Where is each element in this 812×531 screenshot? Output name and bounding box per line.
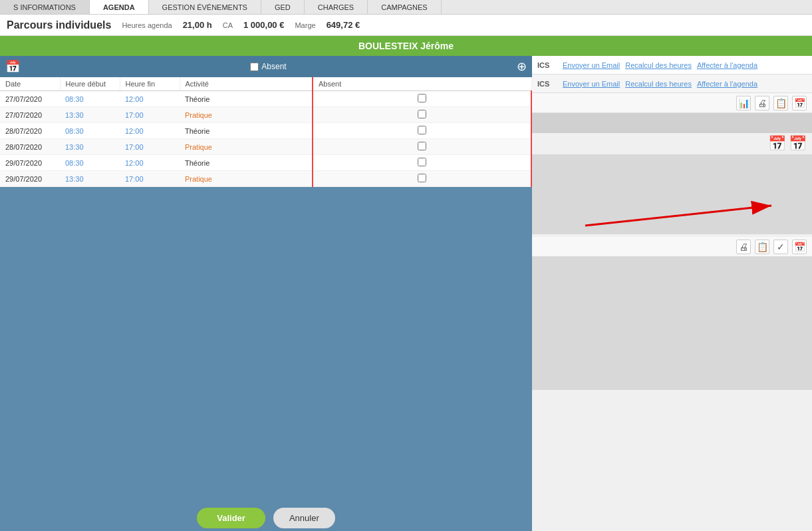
modal-footer: Valider Annuler [0, 508, 532, 528]
calendar-rp-icon-1[interactable]: 📅 [768, 135, 786, 152]
absent-checkbox-1[interactable] [418, 110, 426, 118]
cell-date-0: 27/07/2020 [0, 91, 60, 107]
marge-value: 649,72 € [327, 20, 360, 30]
col-header-activite: Activité [180, 77, 313, 91]
top-navigation: S INFORMATIONS AGENDA GESTION ÉVÉNEMENTS… [0, 0, 812, 15]
export-icon[interactable]: 📋 [773, 96, 788, 110]
tab-gestion[interactable]: GESTION ÉVÉNEMENTS [149, 0, 261, 14]
absent-checkbox-5[interactable] [418, 174, 426, 182]
heures-label: Heures agenda [122, 21, 172, 29]
absent-checkbox-3[interactable] [418, 142, 426, 150]
tab-ged[interactable]: GED [261, 0, 305, 14]
ics-row-2: ICS Envoyer un Email Recalcul des heures… [532, 75, 812, 93]
tab-charges[interactable]: CHARGES [305, 0, 368, 14]
cell-date-3: 28/07/2020 [0, 139, 60, 155]
col-header-absent: Absent [313, 77, 531, 91]
cell-date-5: 29/07/2020 [0, 171, 60, 187]
cell-activite-1: Pratique [180, 107, 313, 123]
cell-date-2: 28/07/2020 [0, 123, 60, 139]
cell-heure-fin-2: 12:00 [120, 123, 180, 139]
grey-spacer [532, 113, 812, 133]
modal-bottom-area [0, 187, 532, 505]
ics-row-1: ICS Envoyer un Email Recalcul des heures… [532, 56, 812, 75]
affecter-link-1[interactable]: Affecter à l'agenda [697, 61, 757, 69]
annuler-button[interactable]: Annuler [273, 508, 335, 528]
cell-activite-2: Théorie [180, 123, 313, 139]
cell-absent-1 [313, 107, 531, 123]
absent-checkbox-4[interactable] [418, 158, 426, 166]
col-header-date: Date [0, 77, 60, 91]
page-title: Parcours individuels [7, 19, 111, 31]
cell-heure-debut-2: 08:30 [60, 123, 120, 139]
calendar-toolbar: 📅 Absent ⊕ [0, 56, 532, 77]
cell-activite-3: Pratique [180, 139, 313, 155]
right-panel: ICS Envoyer un Email Recalcul des heures… [532, 56, 812, 531]
tab-agenda[interactable]: AGENDA [90, 0, 149, 14]
cell-heure-fin-5: 17:00 [120, 171, 180, 187]
bottom-print-icon[interactable]: 🖨 [736, 240, 751, 254]
cell-heure-fin-3: 17:00 [120, 139, 180, 155]
cell-absent-3 [313, 139, 531, 155]
marge-label: Marge [295, 21, 315, 29]
ics-label-2: ICS [537, 80, 557, 88]
heures-value: 21,00 h [183, 20, 212, 30]
name-bar: BOULESTEIX Jérôme [0, 36, 812, 56]
cell-date-1: 27/07/2020 [0, 107, 60, 123]
cell-heure-debut-1: 13:30 [60, 107, 120, 123]
absent-checkbox-2[interactable] [418, 126, 426, 134]
grey-area-3 [532, 257, 812, 390]
cell-heure-debut-0: 08:30 [60, 91, 120, 107]
print-icon[interactable]: 🖨 [755, 96, 769, 110]
bottom-right-toolbar: 🖨 📋 ✓ 📅 [532, 237, 812, 257]
schedule-table-area: Date Heure début Heure fin Activité Abse… [0, 77, 532, 187]
schedule-table: Date Heure début Heure fin Activité Abse… [0, 77, 532, 187]
tab-campagnes[interactable]: CAMPAGNES [368, 0, 441, 14]
absent-checkbox-0[interactable] [418, 94, 426, 102]
absent-header-input[interactable] [250, 63, 259, 71]
header-bar: Parcours individuels Heures agenda 21,00… [0, 15, 812, 36]
cell-heure-fin-1: 17:00 [120, 107, 180, 123]
ics-label-1: ICS [537, 61, 557, 69]
col-header-heure-fin: Heure fin [120, 77, 180, 91]
bottom-cal-icon[interactable]: 📅 [792, 240, 807, 254]
cell-date-4: 29/07/2020 [0, 155, 60, 171]
zoom-button[interactable]: ⊕ [517, 59, 527, 74]
cell-heure-fin-4: 12:00 [120, 155, 180, 171]
right-toolbar: 📊 🖨 📋 📅 [532, 93, 812, 113]
cell-heure-debut-4: 08:30 [60, 155, 120, 171]
cell-absent-5 [313, 171, 531, 187]
email-link-2[interactable]: Envoyer un Email [563, 80, 620, 88]
ca-label: CA [223, 21, 233, 29]
cell-absent-2 [313, 123, 531, 139]
ca-value: 1 000,00 € [243, 20, 284, 30]
col-header-heure-debut: Heure début [60, 77, 120, 91]
calendar-icons-row: 📅 📅 [532, 133, 812, 154]
check-calendar-icon[interactable]: 📅 [792, 96, 807, 110]
bottom-check-icon[interactable]: ✓ [773, 240, 788, 254]
absent-header-checkbox: Absent [250, 62, 286, 71]
grey-area-2 [532, 154, 812, 234]
valider-button[interactable]: Valider [197, 508, 265, 528]
cell-activite-0: Théorie [180, 91, 313, 107]
cell-heure-debut-3: 13:30 [60, 139, 120, 155]
absent-header-label: Absent [261, 62, 286, 71]
cell-activite-5: Pratique [180, 171, 313, 187]
calendar-icon[interactable]: 📅 [5, 59, 20, 74]
bottom-export-icon[interactable]: 📋 [755, 240, 769, 254]
affecter-link-2[interactable]: Affecter à l'agenda [697, 80, 757, 88]
cell-absent-4 [313, 155, 531, 171]
calendar-rp-icon-2[interactable]: 📅 [789, 135, 807, 152]
recalcul-link-1[interactable]: Recalcul des heures [625, 61, 692, 69]
recalcul-link-2[interactable]: Recalcul des heures [625, 80, 692, 88]
person-name: BOULESTEIX Jérôme [358, 41, 454, 51]
excel-icon[interactable]: 📊 [736, 96, 751, 110]
cell-activite-4: Théorie [180, 155, 313, 171]
cell-heure-debut-5: 13:30 [60, 171, 120, 187]
modal-panel: 📅 Absent ⊕ Date Heure début Heure fin Ac… [0, 56, 532, 531]
email-link-1[interactable]: Envoyer un Email [563, 61, 620, 69]
tab-informations[interactable]: S INFORMATIONS [0, 0, 90, 14]
cell-heure-fin-0: 12:00 [120, 91, 180, 107]
cell-absent-0 [313, 91, 531, 107]
